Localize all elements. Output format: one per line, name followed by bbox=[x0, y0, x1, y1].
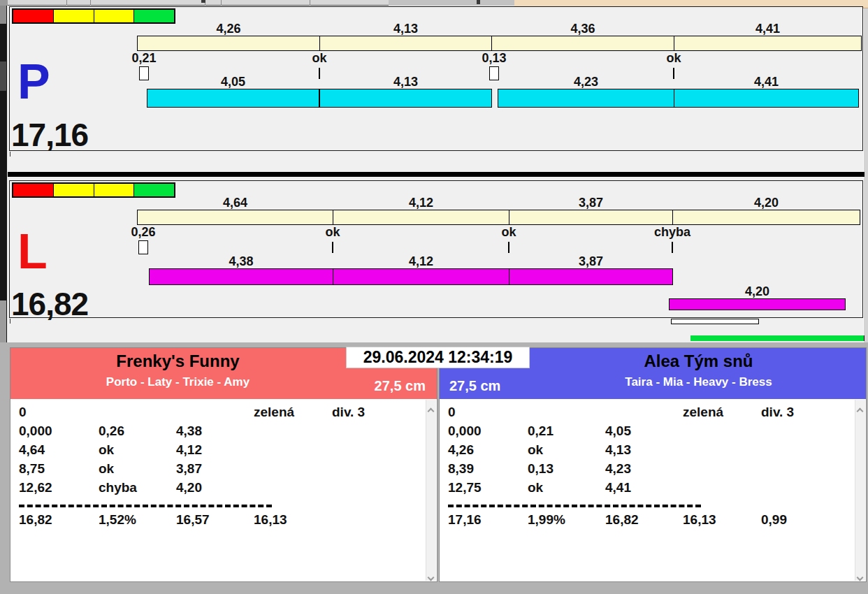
run-label-l: L bbox=[17, 227, 48, 276]
change-marker: ok bbox=[477, 225, 540, 253]
team-panel-right: Alea Tým snů Taira - Mia - Heavy - Bress… bbox=[439, 347, 867, 582]
scroll-down-arrow[interactable] bbox=[858, 570, 864, 577]
cell-leg-time: 4,13 bbox=[605, 442, 683, 461]
cell-diff: 0,99 bbox=[761, 512, 866, 531]
indicator-yellow-segment bbox=[53, 184, 94, 196]
marker-label: ok bbox=[501, 225, 516, 239]
cell-split: 12,75 bbox=[448, 480, 528, 499]
leg-time-label: 4,38 bbox=[150, 254, 333, 269]
cell-best-time: 16,13 bbox=[683, 512, 761, 531]
leg-time-label: 4,23 bbox=[498, 75, 674, 89]
change-marker: chyba bbox=[641, 225, 704, 253]
team-members: Porto - Laty - Trixie - Amy bbox=[10, 375, 345, 389]
cell-division: div. 3 bbox=[761, 405, 866, 423]
time-bar-segment: 3,87 bbox=[509, 268, 673, 285]
run-total-time-l: 16,82 bbox=[11, 288, 88, 320]
team-members: Taira - Mia - Heavy - Bress bbox=[531, 375, 866, 389]
section-tick bbox=[10, 152, 10, 157]
cell-percent: 1,99% bbox=[528, 512, 605, 531]
split-bar-segment: 4,36 bbox=[491, 36, 674, 51]
scroll-up-arrow[interactable] bbox=[858, 404, 864, 410]
leg-time-label: 4,20 bbox=[670, 284, 845, 299]
result-row: 12,62 chyba 4,20 bbox=[10, 480, 437, 499]
marker-label: ok bbox=[666, 51, 681, 65]
marker-label: 0,26 bbox=[131, 225, 155, 239]
result-row: 0,000 0,21 4,05 bbox=[440, 423, 866, 442]
split-bar-segment: 4,64 bbox=[137, 210, 333, 225]
team-name: Frenky's Funny bbox=[10, 348, 345, 371]
split-bar-segment: 4,41 bbox=[674, 36, 862, 51]
total-row: 17,16 1,99% 16,82 16,13 0,99 bbox=[440, 512, 866, 531]
marker-label: ok bbox=[325, 225, 340, 239]
total-row: 16,82 1,52% 16,57 16,13 bbox=[10, 512, 437, 531]
cell-leg-time: 4,38 bbox=[176, 423, 254, 442]
split-bar-segment: 3,87 bbox=[509, 210, 673, 225]
result-row: 4,64 ok 4,12 bbox=[10, 442, 437, 461]
timeline-green-bar bbox=[690, 335, 865, 341]
run-section-p: P 17,16 4,26 4,13 4,36 4,41 0,21 ok 0,13… bbox=[9, 6, 863, 151]
indicator-red-segment bbox=[13, 184, 53, 196]
run-total-time-p: 17,16 bbox=[11, 119, 88, 151]
section-tick bbox=[10, 319, 10, 324]
time-bar-segment: 4,38 bbox=[149, 268, 333, 285]
cell-change: ok bbox=[99, 442, 176, 461]
results-separator bbox=[19, 505, 272, 507]
marker-label: 0,13 bbox=[482, 51, 506, 65]
datetime-display: 29.06.2024 12:34:19 bbox=[346, 347, 530, 368]
cell-total-time: 16,82 bbox=[19, 512, 99, 531]
marker-label: 0,21 bbox=[131, 51, 156, 65]
time-bar-segment: 4,05 bbox=[147, 89, 319, 108]
marker-tick bbox=[672, 242, 673, 253]
results-separator bbox=[448, 505, 701, 507]
leg-time-label: 4,13 bbox=[320, 75, 491, 89]
split-time-label: 4,36 bbox=[492, 22, 674, 36]
info-row: 0 zelená div. 3 bbox=[10, 405, 437, 423]
height-category: 27,5 cm bbox=[449, 378, 500, 394]
run-label-p: P bbox=[17, 57, 50, 106]
fault-marker-box bbox=[138, 240, 148, 254]
cell-net-time: 16,57 bbox=[176, 512, 254, 531]
leg-time-label: 4,12 bbox=[333, 254, 509, 269]
leg-time-label: 4,05 bbox=[147, 75, 319, 89]
results-table-right: 0 zelená div. 3 0,000 0,21 4,05 4,26 ok … bbox=[440, 399, 866, 581]
result-row: 8,75 ok 3,87 bbox=[10, 461, 437, 480]
cell-leg-time: 4,12 bbox=[176, 442, 254, 461]
indicator-red-segment bbox=[13, 10, 53, 22]
results-table-left: 0 zelená div. 3 0,000 0,26 4,38 4,64 ok … bbox=[10, 399, 437, 581]
indicator-yellow-segment bbox=[53, 10, 94, 22]
running-leg-bar: 4,20 bbox=[669, 298, 846, 310]
team-panel-left: Frenky's Funny Porto - Laty - Trixie - A… bbox=[10, 347, 437, 582]
result-row: 8,39 0,13 4,23 bbox=[440, 461, 866, 480]
height-category: 27,5 cm bbox=[375, 378, 426, 394]
timeline-white-box bbox=[671, 319, 759, 324]
leg-time-label: 3,87 bbox=[509, 254, 672, 269]
team-name: Alea Tým snů bbox=[531, 348, 866, 371]
cell-diff bbox=[332, 512, 437, 531]
cell-change: 0,26 bbox=[99, 423, 176, 442]
scrollbar[interactable] bbox=[855, 400, 865, 581]
cell-split: 4,26 bbox=[448, 442, 528, 461]
indicator-green-segment bbox=[133, 10, 174, 22]
scroll-up-arrow[interactable] bbox=[428, 404, 435, 410]
split-time-label: 4,64 bbox=[138, 196, 333, 210]
background-window-left-edge bbox=[0, 6, 8, 342]
split-time-label: 4,20 bbox=[673, 196, 860, 210]
cell-change: ok bbox=[528, 480, 605, 499]
cell-faults: 0 bbox=[19, 405, 99, 423]
cell-change: 0,13 bbox=[528, 461, 605, 480]
cell-split: 12,62 bbox=[19, 480, 99, 499]
time-bar-segment: 4,23 bbox=[498, 89, 674, 108]
marker-label: ok bbox=[312, 51, 326, 65]
leg-time-label: 4,41 bbox=[674, 75, 858, 89]
cell-leg-time: 4,20 bbox=[176, 480, 254, 499]
change-marker: 0,26 bbox=[112, 225, 175, 254]
cell-light: zelená bbox=[254, 405, 332, 423]
split-bar-segment: 4,12 bbox=[333, 210, 509, 225]
scrollbar[interactable] bbox=[426, 400, 436, 581]
cell-leg-time: 4,23 bbox=[605, 461, 683, 480]
split-bar-segment: 4,20 bbox=[672, 210, 860, 225]
cell-faults: 0 bbox=[448, 405, 528, 423]
teams-area: 29.06.2024 12:34:19 Frenky's Funny Porto… bbox=[0, 342, 868, 594]
scroll-down-arrow[interactable] bbox=[428, 570, 435, 577]
timing-app-window: P 17,16 4,26 4,13 4,36 4,41 0,21 ok 0,13… bbox=[0, 0, 868, 594]
